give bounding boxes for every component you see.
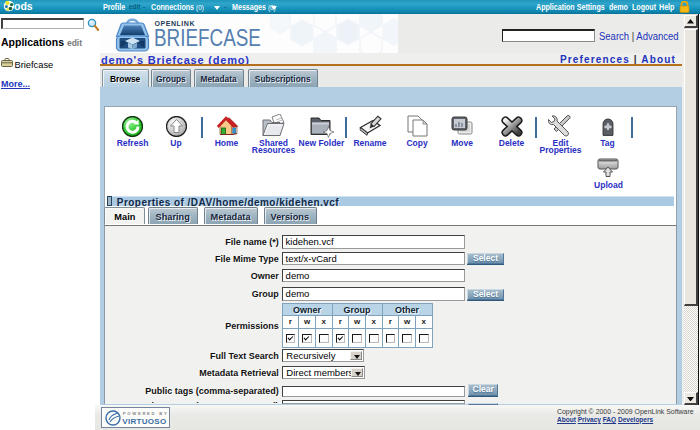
svg-text:ods: ods bbox=[14, 0, 33, 12]
